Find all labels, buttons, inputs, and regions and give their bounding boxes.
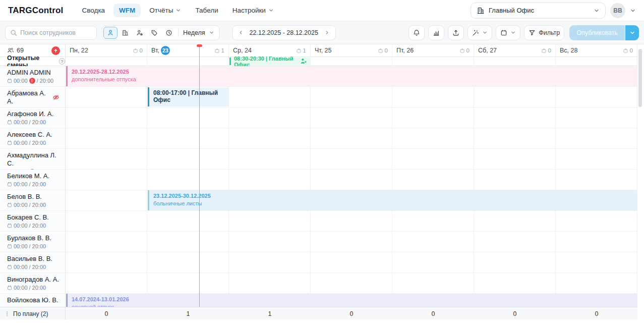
absence-band[interactable]: 23.12.2025-30.12.2025больничные листы — [148, 190, 637, 210]
schedule-cell[interactable] — [474, 232, 556, 252]
schedule-cell[interactable] — [66, 273, 147, 293]
view-departments-button[interactable] — [118, 27, 132, 39]
schedule-cell[interactable] — [311, 107, 392, 128]
view-employees-button[interactable] — [103, 27, 118, 39]
schedule-cell[interactable] — [229, 252, 311, 273]
absence-band[interactable]: 20.12.2025-28.12.2025дополнительные отпу… — [66, 66, 637, 86]
open-shift-cell[interactable] — [66, 57, 147, 66]
schedule-cell[interactable] — [392, 149, 474, 169]
schedule-cell[interactable] — [229, 170, 311, 190]
publish-dropdown-button[interactable] — [625, 25, 639, 40]
schedule-cell[interactable] — [392, 252, 474, 273]
more-options-icon[interactable] — [4, 311, 10, 317]
nav-item-svodka[interactable]: Сводка — [77, 4, 111, 17]
open-shift-cell[interactable] — [556, 57, 637, 66]
statistics-button[interactable] — [428, 25, 444, 40]
export-button[interactable] — [448, 25, 464, 40]
schedule-cell[interactable] — [66, 252, 147, 273]
schedule-cell[interactable] — [229, 211, 311, 231]
schedule-cell[interactable] — [556, 149, 637, 169]
notifications-button[interactable] — [408, 25, 425, 40]
view-shifts-button[interactable] — [162, 27, 176, 39]
visibility-off-icon[interactable] — [52, 94, 60, 101]
schedule-cell[interactable] — [147, 232, 229, 252]
schedule-cell[interactable] — [147, 211, 229, 231]
absence-band[interactable]: 14.07.2024-13.01.2026основной отпуск — [66, 294, 637, 307]
schedule-cell[interactable] — [229, 107, 311, 128]
schedule-cell[interactable] — [474, 149, 556, 169]
schedule-cell[interactable] — [392, 273, 474, 293]
employee-cell[interactable]: Войлокова Ю. В. — [0, 294, 66, 307]
search-box[interactable] — [5, 26, 97, 40]
schedule-cell[interactable] — [66, 190, 147, 210]
schedule-cell[interactable] — [556, 232, 637, 252]
open-shift-cell[interactable] — [311, 57, 392, 66]
schedule-cell[interactable] — [556, 107, 637, 128]
period-select[interactable]: Неделя — [181, 29, 218, 36]
prev-week-button[interactable] — [238, 30, 244, 35]
schedule-cell[interactable] — [392, 232, 474, 252]
help-icon[interactable]: ? — [59, 58, 65, 65]
employee-cell[interactable]: Белов В. В.00:00/20:00 — [0, 190, 66, 210]
employee-cell[interactable]: Виноградов А. А.00:00/20:00 — [0, 273, 66, 293]
open-shift-cell[interactable] — [474, 57, 556, 66]
summary-label-cell[interactable]: По плану (2) — [0, 307, 66, 320]
schedule-cell[interactable] — [474, 107, 556, 128]
schedule-cell[interactable] — [556, 211, 637, 231]
schedule-cell[interactable] — [147, 128, 229, 148]
schedule-cell[interactable] — [392, 87, 474, 107]
schedule-cell[interactable] — [311, 149, 392, 169]
schedule-cell[interactable] — [229, 232, 311, 252]
schedule-cell[interactable] — [474, 87, 556, 107]
schedule-cell[interactable] — [229, 87, 311, 107]
schedule-cell[interactable] — [66, 232, 147, 252]
schedule-cell[interactable] — [474, 170, 556, 190]
schedule-cell[interactable] — [474, 128, 556, 148]
schedule-cell[interactable] — [311, 252, 392, 273]
vertical-scrollbar[interactable] — [638, 49, 642, 107]
next-week-button[interactable] — [324, 30, 330, 35]
schedule-cell[interactable] — [474, 273, 556, 293]
employee-cell[interactable]: Бурлаков В. В.00:00/20:00 — [0, 232, 66, 252]
schedule-cell[interactable] — [66, 107, 147, 128]
schedule-cell[interactable] — [311, 170, 392, 190]
schedule-cell[interactable] — [311, 128, 392, 148]
employee-cell[interactable]: Ахмадуллина Л. С.00:00!/20:00 — [0, 149, 66, 169]
view-positions-button[interactable] — [133, 27, 147, 39]
schedule-cell[interactable] — [147, 252, 229, 273]
schedule-cell[interactable] — [474, 211, 556, 231]
schedule-cell[interactable] — [147, 170, 229, 190]
nav-item-otchety[interactable]: Отчёты — [144, 4, 187, 17]
employee-cell[interactable]: Алексеев С. А.00:00/20:00 — [0, 128, 66, 148]
nav-item-nastroyki[interactable]: Настройки — [227, 4, 279, 17]
schedule-cell[interactable] — [66, 170, 147, 190]
schedule-cell[interactable] — [229, 273, 311, 293]
open-shift-cell[interactable] — [147, 57, 229, 66]
schedule-cell[interactable] — [66, 128, 147, 148]
schedule-cell[interactable] — [311, 87, 392, 107]
schedule-cell[interactable] — [311, 232, 392, 252]
employee-cell[interactable]: Беликов М. А.00:00/20:00 — [0, 170, 66, 190]
schedule-cell[interactable] — [392, 211, 474, 231]
employee-cell[interactable]: Бокарев С. В.00:00/20:00 — [0, 211, 66, 231]
schedule-cell[interactable] — [392, 170, 474, 190]
avatar[interactable]: BB — [610, 3, 625, 18]
employee-cell[interactable]: ADMIN ADMIN00:00!/20:00 — [0, 66, 66, 86]
schedule-cell[interactable] — [311, 211, 392, 231]
schedule-cell[interactable] — [147, 107, 229, 128]
filter-button[interactable]: Фильтр — [524, 25, 564, 40]
nav-item-wfm[interactable]: WFM — [113, 4, 141, 17]
schedule-cell[interactable] — [66, 149, 147, 169]
view-tags-button[interactable] — [147, 27, 161, 39]
schedule-cell[interactable] — [556, 128, 637, 148]
schedule-cell[interactable] — [392, 107, 474, 128]
employee-cell[interactable]: Агафонов И. А.00:00/20:00 — [0, 107, 66, 128]
employee-cell[interactable]: Абрамова А. А.09:00/20:00 — [0, 87, 66, 107]
schedule-cell[interactable] — [556, 273, 637, 293]
schedule-cell[interactable] — [147, 273, 229, 293]
shift-chip[interactable]: 08:00-17:00 | Главный Офис — [148, 87, 228, 106]
schedule-cell[interactable] — [556, 87, 637, 107]
auto-schedule-button[interactable] — [467, 25, 492, 40]
nav-item-tabeli[interactable]: Табели — [190, 4, 223, 17]
search-input[interactable] — [20, 29, 92, 36]
